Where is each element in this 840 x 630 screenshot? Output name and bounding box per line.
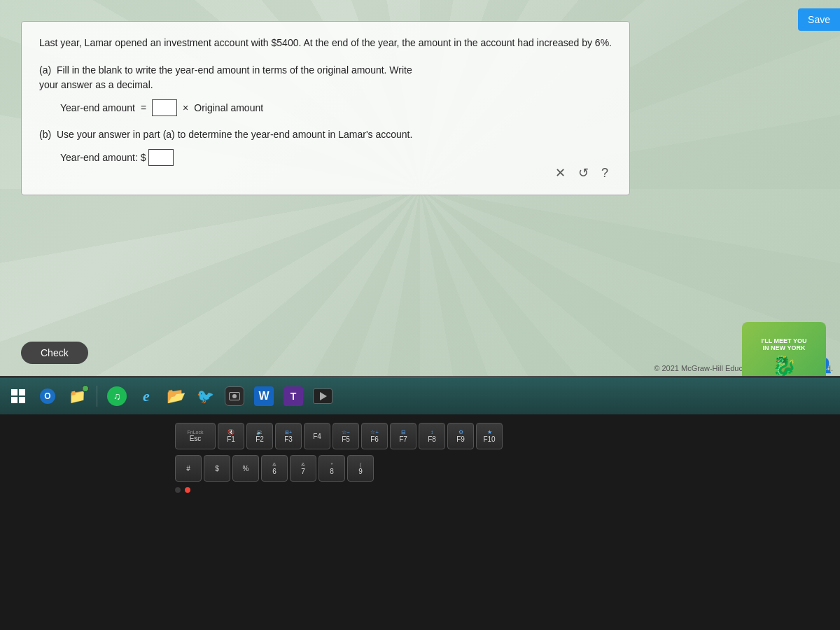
windows-start-button[interactable] [6, 384, 31, 409]
problem-intro: Last year, Lamar opened an investment ac… [39, 36, 612, 50]
original-amount-label: Original amount [194, 102, 263, 113]
svg-rect-2 [11, 397, 18, 403]
sticker-line1: I'LL MEET YOU [762, 337, 807, 344]
6-key[interactable]: & 6 [261, 455, 288, 482]
f1-key[interactable]: 🔇 F1 [218, 423, 244, 449]
f10-key[interactable]: ★ F10 [476, 423, 503, 449]
part-b-block: (b) Use your answer in part (a) to deter… [39, 127, 612, 166]
year-end-label: Year-end amount [60, 102, 135, 113]
f9-key[interactable]: ⚙ F9 [447, 423, 474, 449]
dollar-amount-input[interactable] [148, 149, 174, 166]
percent-key[interactable]: % [232, 455, 259, 482]
camera-app-icon[interactable] [222, 384, 247, 409]
file-explorer-icon[interactable]: 📁 [64, 384, 90, 409]
video-call-icon[interactable] [310, 384, 335, 409]
check-button[interactable]: Check [21, 342, 88, 364]
indicator-lights [0, 482, 840, 493]
file-manager-icon[interactable]: 📂 [163, 384, 188, 409]
svg-rect-1 [19, 389, 25, 396]
problem-card: Last year, Lamar opened an investment ac… [21, 21, 630, 195]
part-b-label: (b) Use your answer in part (a) to deter… [39, 127, 612, 142]
close-icon[interactable]: ✕ [555, 165, 566, 181]
part-a-block: (a) Fill in the blank to write the year-… [39, 63, 612, 116]
part-b-instruction: Use your answer in part (a) to determine… [57, 129, 412, 140]
function-key-row: FnLock Esc 🔇 F1 🔉 F2 ⊞+ F3 F4 ☆− F5 ☆+ F… [0, 414, 840, 449]
esc-key[interactable]: FnLock Esc [175, 423, 216, 449]
svg-rect-0 [11, 389, 18, 396]
teams-app-icon[interactable]: T [281, 384, 306, 409]
sticker-line2: IN NEW YORK [763, 344, 806, 351]
help-icon[interactable]: ? [601, 166, 608, 181]
part-a-instruction: Fill in the blank to write the year-end … [39, 64, 412, 90]
bird-app-icon[interactable]: 🐦 [192, 384, 218, 409]
equation-row: Year-end amount = × Original amount [60, 99, 612, 116]
number-row: # $ % & 6 & 7 * 8 ( 9 [0, 449, 840, 482]
edge-browser-icon[interactable]: e [134, 384, 159, 409]
undo-icon[interactable]: ↺ [578, 165, 589, 181]
f6-key[interactable]: ☆+ F6 [361, 423, 388, 449]
equals-sign: = [141, 102, 146, 113]
card-actions: ✕ ↺ ? [555, 165, 608, 181]
hash-key[interactable]: # [175, 455, 202, 482]
f8-key[interactable]: ↕ F8 [419, 423, 445, 449]
taskbar: O 📁 ♫ e 📂 🐦 W T [0, 378, 840, 414]
sticker: I'LL MEET YOU IN NEW YORK 🐉 [742, 322, 826, 378]
keyboard-area: FnLock Esc 🔇 F1 🔉 F2 ⊞+ F3 F4 ☆− F5 ☆+ F… [0, 414, 840, 630]
decimal-input[interactable] [152, 99, 177, 116]
part-a-label: (a) Fill in the blank to write the year-… [39, 63, 612, 92]
part-a-letter: (a) [39, 64, 51, 76]
9-key[interactable]: ( 9 [347, 455, 374, 482]
8-key[interactable]: * 8 [318, 455, 345, 482]
dollar-key[interactable]: $ [204, 455, 230, 482]
screen-area: Last year, Lamar opened an investment ac… [0, 0, 840, 378]
f7-key[interactable]: ⊟ F7 [390, 423, 416, 449]
spotify-taskbar-icon[interactable]: ♫ [104, 384, 130, 409]
word-app-icon[interactable]: W [251, 384, 276, 409]
times-sign: × [183, 102, 188, 113]
dollar-input-row: Year-end amount: $ [60, 149, 612, 166]
f2-key[interactable]: 🔉 F2 [246, 423, 273, 449]
part-b-letter: (b) [39, 129, 51, 140]
cortana-icon[interactable]: O [35, 384, 60, 409]
7-key[interactable]: & 7 [290, 455, 316, 482]
taskbar-separator [97, 386, 97, 407]
svg-rect-3 [19, 397, 25, 403]
dollar-label: Year-end amount: $ [60, 152, 146, 163]
f5-key[interactable]: ☆− F5 [332, 423, 359, 449]
save-button[interactable]: Save [798, 8, 840, 31]
f3-key[interactable]: ⊞+ F3 [275, 423, 302, 449]
f4-key[interactable]: F4 [304, 423, 330, 449]
